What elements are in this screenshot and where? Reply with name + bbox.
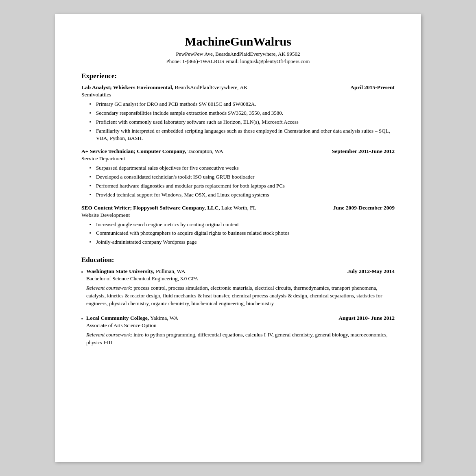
edu-block-1: ▪ Washington State University, Pullman, … — [81, 268, 395, 309]
edu-school-location-2: Yakima, WA — [150, 315, 178, 321]
job-header-3: SEO Content Writer; Floppysoft Software … — [81, 205, 395, 211]
edu-bullet-marker-2: ▪ — [81, 315, 86, 348]
job-bullet-1-4: Familiarity with interpreted or embedded… — [90, 127, 395, 143]
job-bullets-3: Increased google search engine metrics b… — [81, 221, 395, 247]
job-block-2: A+ Service Technician; Computer Company,… — [81, 148, 395, 199]
job-bullet-2-2: Developed a consolidated technician's to… — [90, 173, 395, 181]
edu-coursework-1: Relevant coursework: process control, pr… — [86, 284, 395, 308]
resume-header: MachineGunWalrus PewPewPew Ave, BeardsAn… — [81, 35, 395, 65]
job-bullet-2-3: Performed hardware diagnostics and modul… — [90, 182, 395, 190]
edu-header-1: Washington State University, Pullman, WA… — [86, 268, 395, 275]
edu-school-location-1: Pullman, WA — [156, 268, 186, 274]
job-bullets-2: Surpassed departmental sales objectives … — [81, 164, 395, 199]
job-bullet-3-3: Jointly-administrated company Wordpress … — [90, 238, 395, 246]
job-date-3: June 2009-December 2009 — [333, 205, 395, 211]
edu-date-2: August 2010- June 2012 — [338, 315, 395, 321]
job-header-2: A+ Service Technician; Computer Company,… — [81, 148, 395, 155]
job-title-bold-3: SEO Content Writer; Floppysoft Software … — [81, 205, 220, 211]
job-bullet-1-1: Primary GC analyst for DRO and PCB metho… — [90, 100, 395, 108]
job-bullet-1-2: Secondary responsibilities include sampl… — [90, 109, 395, 117]
job-department-3: Website Development — [81, 212, 395, 218]
education-section: Education: ▪ Washington State University… — [81, 256, 395, 348]
candidate-name: MachineGunWalrus — [81, 35, 395, 48]
experience-section-title: Experience: — [81, 72, 395, 80]
job-title-company-3: SEO Content Writer; Floppysoft Software … — [81, 205, 256, 211]
job-location-1: BeardsAndPlaidEverywhere, AK — [175, 84, 247, 90]
edu-coursework-label-1: Relevant coursework — [86, 285, 131, 291]
education-section-title: Education: — [81, 256, 395, 264]
job-bullet-2-4: Provided technical support for Windows, … — [90, 191, 395, 199]
edu-header-2: Local Community College, Yakima, WA Augu… — [86, 315, 395, 321]
edu-school-bold-1: Washington State University, — [86, 268, 155, 274]
job-department-2: Service Department — [81, 155, 395, 162]
job-bullet-1-3: Proficient with commonly used laboratory… — [90, 118, 395, 126]
edu-school-bold-2: Local Community College, — [86, 315, 149, 321]
job-location-3: Lake Worth, FL — [221, 205, 256, 211]
job-department-1: Semivolatiles — [81, 92, 395, 98]
job-block-3: SEO Content Writer; Floppysoft Software … — [81, 205, 395, 247]
job-title-bold-2: A+ Service Technician; Computer Company, — [81, 148, 186, 154]
job-block-1: Lab Analyst; Whiskers Environmental, Bea… — [81, 84, 395, 142]
job-header-1: Lab Analyst; Whiskers Environmental, Bea… — [81, 84, 395, 91]
resume-page: MachineGunWalrus PewPewPew Ave, BeardsAn… — [55, 14, 421, 462]
job-title-bold-1: Lab Analyst; Whiskers Environmental, — [81, 84, 173, 90]
edu-degree-1: Bachelor of Science Chemical Engineering… — [86, 275, 395, 282]
edu-bullet-marker-1: ▪ — [81, 268, 86, 309]
candidate-contact: Phone: 1-(866)-1WALRUS email: longtusk@p… — [81, 58, 395, 65]
edu-coursework-label-2: Relevant coursework — [86, 332, 131, 338]
job-date-1: April 2015-Present — [350, 84, 395, 91]
job-bullet-2-1: Surpassed departmental sales objectives … — [90, 164, 395, 172]
job-title-company-2: A+ Service Technician; Computer Company,… — [81, 148, 223, 155]
candidate-address: PewPewPew Ave, BeardsAndPlaidEverywhere,… — [81, 51, 395, 57]
job-bullets-1: Primary GC analyst for DRO and PCB metho… — [81, 100, 395, 142]
edu-title-1: Washington State University, Pullman, WA — [86, 268, 186, 275]
edu-coursework-2: Relevant coursework: intro to python pro… — [86, 331, 395, 347]
edu-content-1: Washington State University, Pullman, WA… — [86, 268, 395, 309]
edu-content-2: Local Community College, Yakima, WA Augu… — [86, 315, 395, 348]
edu-degree-2: Associate of Arts Science Option — [86, 322, 395, 329]
job-bullet-3-2: Communicated with photographers to acqui… — [90, 229, 395, 237]
edu-title-2: Local Community College, Yakima, WA — [86, 315, 178, 321]
job-date-2: September 2011-June 2012 — [332, 148, 395, 155]
job-title-company-1: Lab Analyst; Whiskers Environmental, Bea… — [81, 84, 248, 91]
edu-block-2: ▪ Local Community College, Yakima, WA Au… — [81, 315, 395, 348]
job-bullet-3-1: Increased google search engine metrics b… — [90, 221, 395, 229]
edu-date-1: July 2012-May 2014 — [347, 268, 395, 275]
job-location-2: Tacompton, WA — [188, 148, 223, 154]
